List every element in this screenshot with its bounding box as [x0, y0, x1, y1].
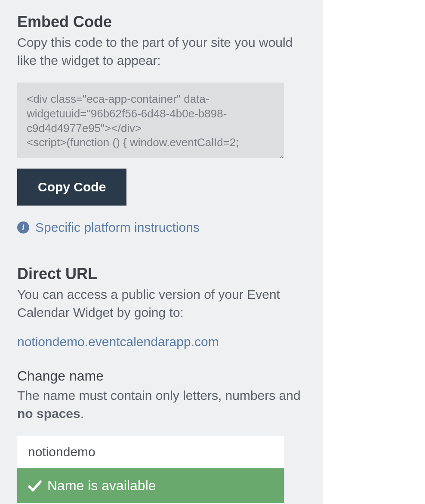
embed-code-textarea[interactable]: <div class="eca-app-container" data-widg…	[17, 83, 284, 158]
platform-instructions-label: Specific platform instructions	[35, 220, 200, 235]
name-available-banner: Name is available	[17, 468, 284, 503]
embed-code-title: Embed Code	[17, 13, 305, 31]
name-available-text: Name is available	[47, 478, 156, 494]
direct-url-description: You can access a public version of your …	[17, 286, 305, 322]
info-icon: i	[17, 221, 29, 234]
copy-code-button[interactable]: Copy Code	[17, 169, 126, 206]
direct-url-link[interactable]: notiondemo.eventcalendarapp.com	[17, 335, 305, 349]
settings-panel: Embed Code Copy this code to the part of…	[0, 0, 323, 504]
direct-url-title: Direct URL	[17, 265, 305, 283]
embed-code-description: Copy this code to the part of your site …	[17, 34, 305, 70]
change-name-description: The name must contain only letters, numb…	[17, 387, 305, 423]
platform-instructions-link[interactable]: i Specific platform instructions	[17, 220, 305, 235]
name-input[interactable]	[17, 436, 284, 468]
check-icon	[28, 479, 42, 493]
change-name-title: Change name	[17, 368, 305, 384]
